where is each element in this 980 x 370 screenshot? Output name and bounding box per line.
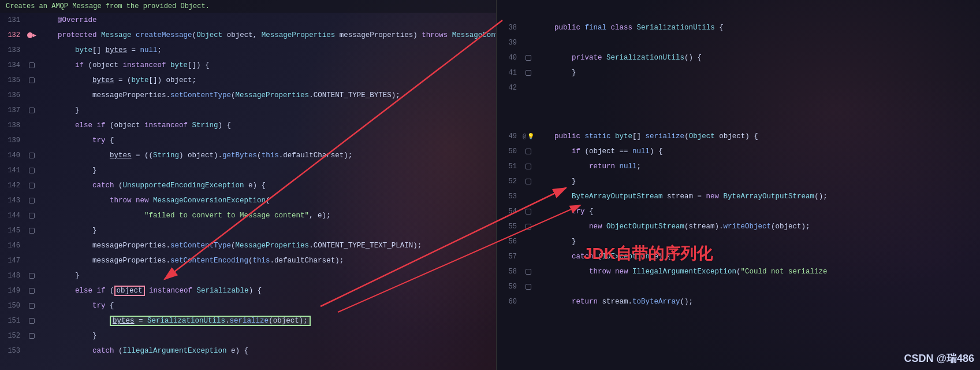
code-content-141: } <box>38 163 496 178</box>
code-line-153: 153 catch (IllegalArgumentException e) { <box>0 343 496 358</box>
r-code-line-59: 59 <box>497 279 980 294</box>
code-content-137: } <box>38 103 496 118</box>
r-marker-51 <box>523 164 534 169</box>
code-content-142: catch (UnsupportedEncodingException e) { <box>38 178 496 193</box>
r-code-content-53: ByteArrayOutputStream stream = new ByteA… <box>534 189 980 204</box>
marker-132: ▶ <box>26 32 38 39</box>
r-code-content-55: new ObjectOutputStream(stream).writeObje… <box>534 219 980 234</box>
top-comment: Creates an AMQP Message from the provide… <box>0 0 496 13</box>
r-lock-icon-52 <box>526 179 531 184</box>
line-num-143: 143 <box>0 197 26 205</box>
r-code-line-53: 53 ByteArrayOutputStream stream = new By… <box>497 189 980 204</box>
r-code-content-54: try { <box>534 204 980 219</box>
code-content-131: @Override <box>38 13 496 28</box>
r-marker-41 <box>523 70 534 76</box>
lock-icon-144 <box>29 213 35 219</box>
r-code-content-39 <box>534 35 980 50</box>
line-num-144: 144 <box>0 212 26 220</box>
top-comment-text: Creates an AMQP Message from the provide… <box>6 2 210 10</box>
marker-144 <box>26 213 38 219</box>
code-content-145: } <box>38 223 496 238</box>
code-line-148: 148 } <box>0 268 496 283</box>
line-num-136: 136 <box>0 91 26 99</box>
bulb-icon-49: 💡 <box>527 133 534 140</box>
r-code-line-56: 56 } <box>497 234 980 249</box>
r-code-content-42 <box>534 80 980 95</box>
right-code-area: 38 public final class SerializationUtils… <box>497 20 980 370</box>
lock-icon-140 <box>29 153 35 158</box>
r-marker-52 <box>523 179 534 184</box>
lock-icon-150 <box>29 303 35 309</box>
line-num-139: 139 <box>0 136 26 145</box>
r-line-num-60: 60 <box>497 298 523 306</box>
line-num-133: 133 <box>0 46 26 54</box>
r-code-content-50: if (object == null) { <box>534 144 980 159</box>
line-num-134: 134 <box>0 61 26 69</box>
r-code-line-51: 51 return null; <box>497 159 980 174</box>
code-content-132: protected Message createMessage(Object o… <box>38 28 496 43</box>
watermark: CSDN @瑞486 <box>904 352 974 365</box>
code-content-150: try { <box>38 298 496 313</box>
code-line-131: 131 @Override <box>0 13 496 28</box>
lock-icon-142 <box>29 183 35 188</box>
line-num-146: 146 <box>0 242 26 250</box>
code-line-147: 147 messageProperties.setContentEncoding… <box>0 253 496 268</box>
r-line-num-57: 57 <box>497 253 523 261</box>
line-num-153: 153 <box>0 347 26 355</box>
r-code-line-49: 49 @ 💡 public static byte[] serialize(Ob… <box>497 129 980 144</box>
r-line-num-56: 56 <box>497 238 523 246</box>
code-line-152: 152 } <box>0 328 496 343</box>
code-content-134: if (object instanceof byte[]) { <box>38 58 496 73</box>
r-code-content-38: public final class SerializationUtils { <box>534 20 980 35</box>
r-line-num-59: 59 <box>497 283 523 291</box>
r-code-line-55: 55 new ObjectOutputStream(stream).writeO… <box>497 219 980 234</box>
marker-148 <box>26 273 38 279</box>
line-num-151: 151 <box>0 317 26 325</box>
code-line-151: 151 bytes = SerializationUtils.serialize… <box>0 313 496 328</box>
code-line-138: 138 else if (object instanceof String) { <box>0 118 496 133</box>
r-line-num-41: 41 <box>497 69 523 77</box>
right-code-lines: 38 public final class SerializationUtils… <box>497 20 980 370</box>
code-line-136: 136 messageProperties.setContentType(Mes… <box>0 88 496 103</box>
r-line-num-49: 49 <box>497 132 523 140</box>
r-code-line-52: 52 } <box>497 174 980 189</box>
r-code-content-58: throw new IllegalArgumentException("Coul… <box>534 264 980 279</box>
line-num-140: 140 <box>0 151 26 160</box>
marker-145 <box>26 228 38 234</box>
r-code-line-39: 39 <box>497 35 980 50</box>
r-line-num-42: 42 <box>497 84 523 92</box>
code-content-143: throw new MessageConversionException( <box>38 193 496 208</box>
r-code-content-52: } <box>534 174 980 189</box>
code-line-143: 143 throw new MessageConversionException… <box>0 193 496 208</box>
code-line-145: 145 } <box>0 223 496 238</box>
r-line-num-38: 38 <box>497 24 523 32</box>
left-panel: Creates an AMQP Message from the provide… <box>0 0 497 370</box>
r-line-num-51: 51 <box>497 162 523 171</box>
code-line-132: 132 ▶ protected Message createMessage(Ob… <box>0 28 496 43</box>
r-code-line-42: 42 <box>497 80 980 95</box>
line-num-147: 147 <box>0 257 26 265</box>
r-lock-icon-54 <box>526 209 531 214</box>
marker-137 <box>26 108 38 113</box>
code-line-137: 137 } <box>0 103 496 118</box>
r-lock-icon-58 <box>526 269 531 275</box>
lock-icon-141 <box>29 168 35 173</box>
r-marker-55 <box>523 224 534 230</box>
code-content-138: else if (object instanceof String) { <box>38 118 496 133</box>
code-line-135: 135 bytes = (byte[]) object; <box>0 73 496 88</box>
r-marker-59 <box>523 284 534 290</box>
code-content-151: bytes = SerializationUtils.serialize(obj… <box>38 313 496 328</box>
r-marker-50 <box>523 149 534 154</box>
code-line-141: 141 } <box>0 163 496 178</box>
r-code-line-54: 54 try { <box>497 204 980 219</box>
r-line-num-55: 55 <box>497 223 523 231</box>
marker-142 <box>26 183 38 188</box>
line-num-150: 150 <box>0 302 26 310</box>
r-code-content-49: public static byte[] serialize(Object ob… <box>534 129 980 144</box>
right-panel: org.springframework.amqp.support.convert… <box>497 0 980 370</box>
code-content-148: } <box>38 268 496 283</box>
r-lock-icon-55 <box>526 224 531 230</box>
line-num-135: 135 <box>0 76 26 84</box>
marker-141 <box>26 168 38 173</box>
code-line-133: 133 byte[] bytes = null; <box>0 43 496 58</box>
